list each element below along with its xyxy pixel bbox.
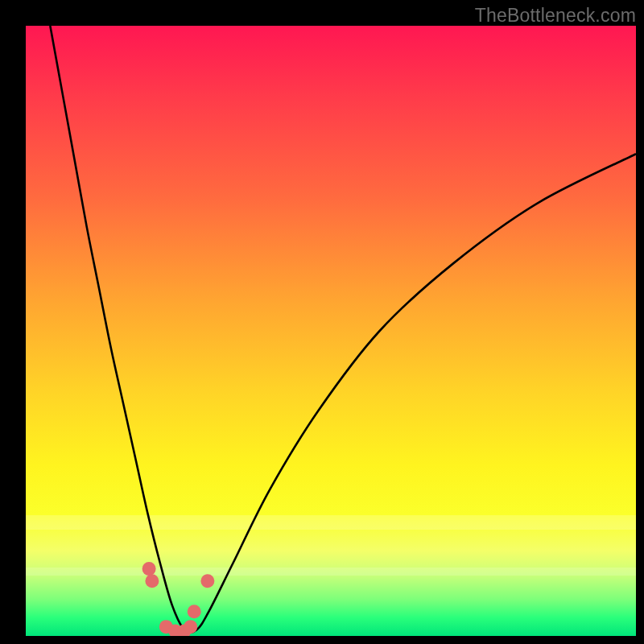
attribution-label: TheBottleneck.com bbox=[475, 5, 636, 27]
chart-gradient-background bbox=[26, 26, 636, 636]
chart-frame: TheBottleneck.com bbox=[0, 0, 644, 644]
